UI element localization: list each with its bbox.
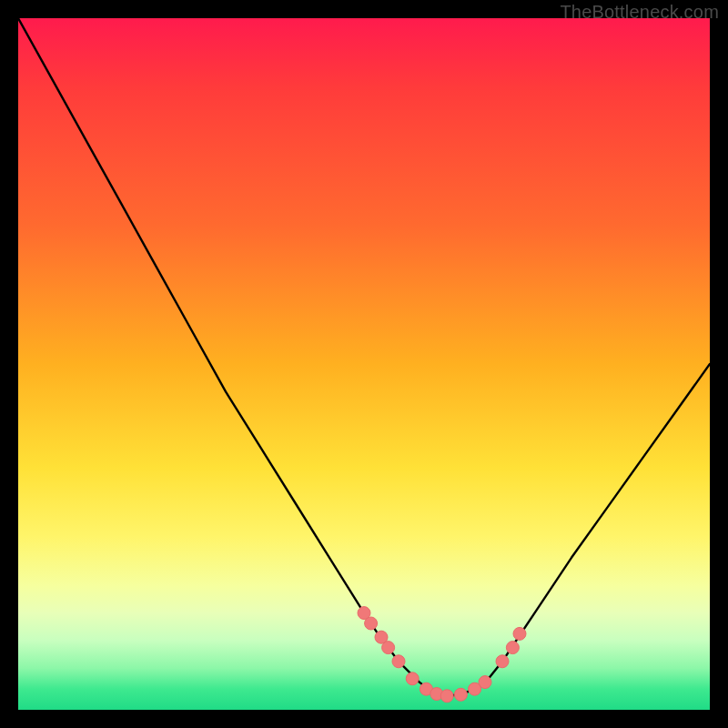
plot-area — [18, 18, 710, 710]
highlight-dot — [440, 690, 453, 703]
highlight-dot — [454, 688, 467, 701]
highlight-dot — [365, 617, 378, 630]
highlight-dot — [392, 655, 405, 668]
chart-frame: TheBottleneck.com — [0, 0, 728, 728]
curve-svg — [18, 18, 710, 710]
bottleneck-curve — [18, 18, 710, 696]
highlight-dots — [358, 607, 526, 703]
highlight-dot — [513, 627, 526, 640]
highlight-dot — [382, 642, 395, 654]
highlight-dot — [496, 655, 509, 668]
highlight-dot — [406, 672, 419, 685]
highlight-dot — [506, 642, 519, 654]
highlight-dot — [479, 676, 491, 689]
